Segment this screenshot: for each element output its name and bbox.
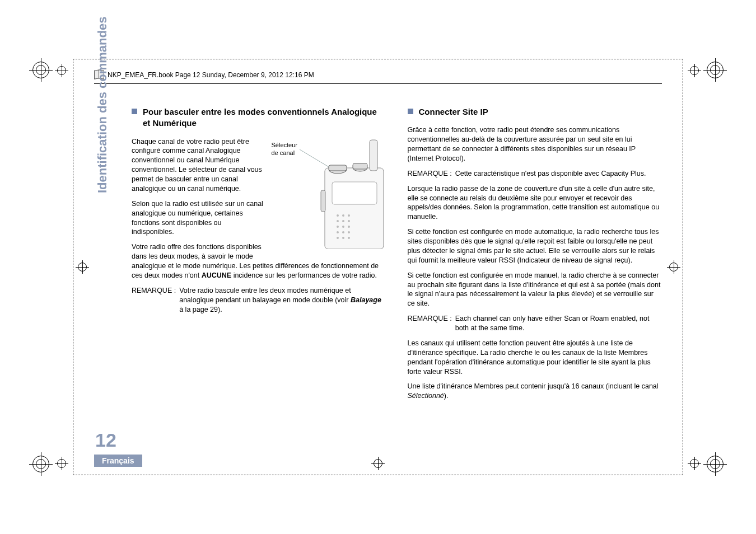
svg-point-10 <box>348 214 350 217</box>
svg-point-17 <box>337 231 339 233</box>
svg-rect-23 <box>321 190 325 212</box>
content-area: Pour basculer entre les modes convention… <box>132 106 662 450</box>
print-registration-mark <box>32 456 49 472</box>
right-remarque-2: REMARQUE : Each channel can only have ei… <box>408 314 662 333</box>
remarque-body: Cette caractéristique n'est pas disponib… <box>455 169 646 179</box>
remarque-label: REMARQUE : <box>408 169 452 179</box>
print-cross-mark <box>55 457 68 470</box>
print-registration-mark <box>707 456 724 472</box>
svg-rect-6 <box>353 163 367 169</box>
svg-point-13 <box>348 220 350 222</box>
print-cross-mark <box>688 457 701 470</box>
svg-point-14 <box>337 226 339 228</box>
remarque-label: REMARQUE : <box>408 314 452 333</box>
svg-point-20 <box>337 237 339 239</box>
svg-point-9 <box>342 214 344 217</box>
left-title-text: Pour basculer entre les modes convention… <box>143 106 386 129</box>
left-column: Pour basculer entre les modes convention… <box>132 106 386 450</box>
print-registration-mark <box>32 62 49 78</box>
print-cross-mark <box>55 64 68 77</box>
left-section-title: Pour basculer entre les modes convention… <box>132 106 386 129</box>
right-para-3: Si cette fonction est configurée en mode… <box>408 227 662 265</box>
right-para-6: Une liste d'itinérance Membres peut cont… <box>408 382 662 401</box>
print-registration-mark <box>707 62 724 78</box>
remarque-body: Votre radio bascule entre les deux modes… <box>179 286 386 315</box>
svg-point-22 <box>348 237 350 239</box>
section-bullet-icon <box>408 109 413 114</box>
svg-point-15 <box>342 226 344 228</box>
page-number: 12 <box>95 429 116 451</box>
right-column: Connecter Site IP Grâce à cette fonction… <box>408 106 662 450</box>
figure-label-line2: de canal <box>272 149 295 157</box>
radio-figure: Sélecteur de canal <box>272 137 386 249</box>
svg-line-0 <box>300 149 333 170</box>
svg-point-11 <box>337 220 339 222</box>
right-title-text: Connecter Site IP <box>419 106 488 118</box>
header-filename: NKP_EMEA_FR.book Page 12 Sunday, Decembe… <box>108 71 314 79</box>
svg-rect-7 <box>332 182 377 204</box>
svg-point-19 <box>348 231 350 233</box>
document-header: NKP_EMEA_FR.book Page 12 Sunday, Decembe… <box>94 70 662 84</box>
language-tab: Français <box>94 455 142 467</box>
right-section-title: Connecter Site IP <box>408 106 662 118</box>
remarque-label: REMARQUE : <box>132 286 176 315</box>
right-para-5: Les canaux qui utilisent cette fonction … <box>408 339 662 377</box>
svg-point-8 <box>337 214 339 217</box>
left-remarque: REMARQUE : Votre radio bascule entre les… <box>132 286 386 315</box>
right-remarque-1: REMARQUE : Cette caractéristique n'est p… <box>408 169 662 179</box>
svg-rect-4 <box>329 165 347 171</box>
svg-point-21 <box>342 237 344 239</box>
svg-point-12 <box>342 220 344 222</box>
svg-point-16 <box>348 226 350 228</box>
svg-point-18 <box>342 231 344 233</box>
section-bullet-icon <box>132 109 137 114</box>
figure-label-line1: Sélecteur <box>272 142 297 149</box>
right-para-1: Grâce à cette fonction, votre radio peut… <box>408 125 662 163</box>
right-para-2: Lorsque la radio passe de la zone de cou… <box>408 184 662 222</box>
print-cross-mark <box>688 64 701 77</box>
side-tab-title: Identification des commandes <box>95 17 110 193</box>
svg-rect-2 <box>370 140 377 171</box>
svg-rect-1 <box>325 168 384 249</box>
remarque-body: Each channel can only have either Scan o… <box>455 314 662 333</box>
right-para-4: Si cette fonction est configurée en mode… <box>408 271 662 309</box>
